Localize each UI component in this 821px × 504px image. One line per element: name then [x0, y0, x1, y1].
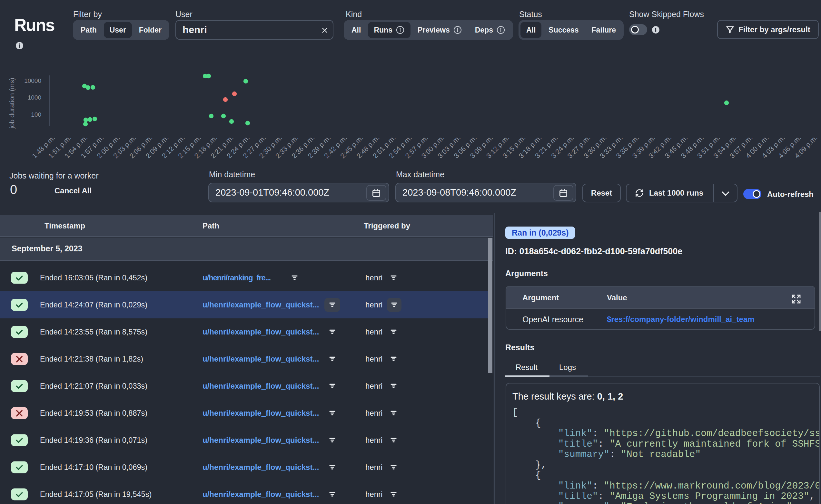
- svg-text:10000: 10000: [24, 77, 41, 84]
- svg-text:1000: 1000: [28, 94, 41, 101]
- svg-text:100: 100: [31, 111, 41, 118]
- svg-text:job duration (ms): job duration (ms): [8, 78, 15, 129]
